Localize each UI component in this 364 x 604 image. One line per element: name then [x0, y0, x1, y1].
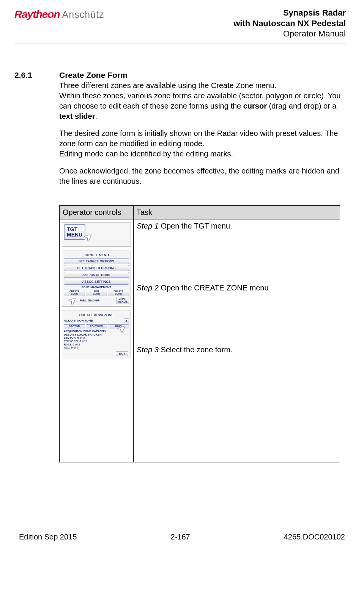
- logo-primary: Raytheon: [14, 8, 60, 21]
- zone-buttons-row: CREATEZONE EDITZONE DELETEZONE: [64, 290, 129, 296]
- section-number: 2.6.1: [14, 71, 59, 80]
- acquisition-zone-label: ACQUISITION ZONE: [64, 319, 93, 322]
- logo-secondary: Anschütz: [62, 9, 104, 20]
- create-arpa-zone-title: CREATE ARPA ZONE: [64, 313, 129, 317]
- zone-management-label: ZONE MANAGEMENT: [64, 285, 129, 289]
- ring-button[interactable]: RING: [108, 324, 129, 328]
- spin-up-button[interactable]: ▲: [124, 318, 129, 323]
- document-page: Raytheon Anschütz Synapsis Radar with Na…: [0, 0, 364, 559]
- page-header: Raytheon Anschütz Synapsis Radar with Na…: [14, 8, 346, 44]
- capacity-block: ACQUISITION ZONE CAPACITY USED BY LOCAL …: [64, 330, 129, 350]
- doc-title-line3: Operator Manual: [233, 28, 346, 39]
- table-header-row: Operator controls Task: [60, 205, 340, 219]
- sector-button[interactable]: SECTOR: [64, 324, 85, 328]
- edit-zone-button[interactable]: EDITZONE: [86, 290, 107, 296]
- task-cell: Step 1 Open the TGT menu. Step 2 Open th…: [134, 219, 340, 462]
- step-3-text: Select the zone form.: [159, 345, 233, 354]
- acquisition-zone-row: ACQUISITION ZONE ▲: [64, 318, 129, 323]
- paragraph-3: Once acknowledged, the zone becomes effe…: [59, 166, 346, 186]
- exit-button[interactable]: EXIT: [116, 351, 128, 356]
- target-menu-title: TARGET MENU: [64, 253, 129, 257]
- procedure-table: Operator controls Task TGT MENU ➤: [59, 205, 340, 462]
- for-tracker-label: FOR L TRACKER: [64, 299, 115, 302]
- tgt-menu-button[interactable]: TGT MENU: [64, 224, 85, 240]
- create-zone-button[interactable]: CREATEZONE: [64, 290, 85, 296]
- footer-row: Edition Sep 2015 2-167 4265.DOC020102: [14, 531, 346, 551]
- paragraph-2: The desired zone form is initially shown…: [59, 128, 346, 159]
- header-operator-controls: Operator controls: [60, 205, 134, 219]
- step-1-label: Step 1: [137, 222, 159, 230]
- screenshot-tgt-menu: TGT MENU ➤: [62, 222, 131, 247]
- body-text: Three different zones are available usin…: [59, 80, 346, 186]
- paragraph-1: Three different zones are available usin…: [59, 80, 346, 121]
- footer-page-number: 2-167: [170, 533, 190, 541]
- step-2-text: Open the CREATE ZONE menu: [159, 284, 269, 292]
- polygon-button[interactable]: POLYGON: [86, 324, 107, 328]
- footer-edition: Edition Sep 2015: [19, 533, 77, 541]
- doc-title-line1: Synapsis Radar: [233, 8, 346, 18]
- section-heading: 2.6.1 Create Zone Form: [14, 71, 346, 80]
- step-1-text: Open the TGT menu.: [159, 222, 232, 230]
- header-task: Task: [134, 205, 340, 219]
- step-3: Step 3 Select the zone form.: [137, 345, 337, 354]
- document-title-block: Synapsis Radar with Nautoscan NX Pedesta…: [233, 8, 346, 39]
- capacity-all: ALL: 0 of 5: [64, 346, 129, 350]
- zone-form-row: SECTOR POLYGON RING: [64, 324, 129, 328]
- step-1: Step 1 Open the TGT menu.: [137, 222, 337, 230]
- delete-zone-button[interactable]: DELETEZONE: [108, 290, 129, 296]
- set-ais-options-button[interactable]: SET AIS OPTIONS: [64, 272, 129, 278]
- screenshot-stack: TGT MENU ➤ TARGET MENU SET TARGET OPTION…: [61, 221, 132, 360]
- page-footer: Edition Sep 2015 2-167 4265.DOC020102: [14, 531, 346, 551]
- set-tracker-options-button[interactable]: SET TRACKER OPTIONS: [64, 265, 129, 271]
- screenshot-create-arpa-zone: CREATE ARPA ZONE ACQUISITION ZONE ▲ SECT…: [62, 311, 131, 358]
- table-row: TGT MENU ➤ TARGET MENU SET TARGET OPTION…: [60, 219, 340, 462]
- step-2: Step 2 Open the CREATE ZONE menu: [137, 284, 337, 292]
- screenshot-target-menu: TARGET MENU SET TARGET OPTIONS SET TRACK…: [62, 251, 131, 307]
- zone-usage-button[interactable]: ZONEUSAGE: [117, 297, 129, 304]
- footer-doc-id: 4265.DOC020102: [284, 533, 345, 541]
- page-content: 2.6.1 Create Zone Form Three different z…: [14, 44, 346, 462]
- step-2-label: Step 2: [137, 284, 159, 292]
- doc-title-line2: with Nautoscan NX Pedestal: [233, 18, 346, 29]
- brand-logo: Raytheon Anschütz: [14, 8, 104, 21]
- set-target-options-button[interactable]: SET TARGET OPTIONS: [64, 258, 129, 264]
- operator-controls-cell: TGT MENU ➤ TARGET MENU SET TARGET OPTION…: [60, 219, 134, 462]
- tracker-row: FOR L TRACKER ZONEUSAGE: [64, 297, 129, 304]
- assoc-settings-button[interactable]: ASSOC SETTINGS: [64, 279, 129, 285]
- step-3-label: Step 3: [137, 345, 159, 354]
- section-title: Create Zone Form: [59, 71, 128, 80]
